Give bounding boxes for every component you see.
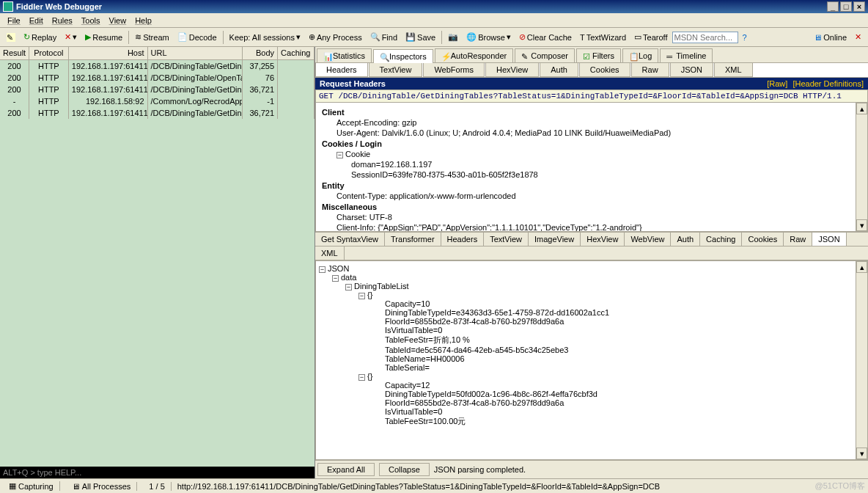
json-leaf[interactable]: TableName=HH00006 [319, 354, 864, 363]
header-accept[interactable]: Accept-Encoding: gzip [322, 118, 861, 127]
minimize-button[interactable]: _ [827, 1, 839, 12]
tab-autoresponder[interactable]: ⚡AutoResponder [435, 48, 513, 62]
clear-cache-button[interactable]: ⊘Clear Cache [515, 30, 575, 44]
col-caching[interactable]: Caching [278, 47, 315, 59]
session-row[interactable]: 200HTTP192.168.1.197:61411/DCB/DiningTab… [0, 60, 315, 72]
remove-button[interactable]: ✕▾ [61, 30, 81, 44]
close-toolbar-button[interactable]: ✕ [851, 30, 865, 44]
cookie-doman[interactable]: doman=192.168.1.197 [322, 160, 861, 169]
tab-log[interactable]: 📋Log [622, 48, 658, 62]
menu-help[interactable]: Help [130, 15, 156, 26]
replay-button[interactable]: ↻Replay [20, 30, 60, 44]
session-row[interactable]: 200HTTP192.168.1.197:61411/DCB/DiningTab… [0, 84, 315, 95]
resptab-headers[interactable]: Headers [441, 233, 485, 246]
header-cookie[interactable]: −Cookie [322, 150, 861, 158]
json-leaf[interactable]: DiningTableTypeId=e34363d3-65e1-4759-872… [319, 308, 864, 317]
resptab-caching[interactable]: Caching [700, 233, 742, 246]
reqtab-webforms[interactable]: WebForms [423, 63, 485, 77]
json-leaf[interactable]: TableFeeStr=折前,10 % [319, 335, 864, 346]
json-leaf[interactable]: Capacity=10 [319, 299, 864, 308]
tab-composer[interactable]: ✎Composer [515, 48, 575, 62]
json-leaf[interactable]: TableId=de5c5674-da46-42eb-a545-b5c34c25… [319, 346, 864, 354]
comment-button[interactable]: ✎ [3, 31, 19, 44]
decode-button[interactable]: 📄Decode [174, 30, 221, 44]
header-charset[interactable]: Charset: UTF-8 [322, 213, 861, 222]
process-filter[interactable]: 🖥All Processes [66, 482, 138, 491]
json-item[interactable]: −{} [319, 291, 864, 299]
expand-icon[interactable]: − [345, 284, 352, 291]
scroll-up-icon[interactable]: ▴ [856, 103, 867, 114]
reqtab-cookies[interactable]: Cookies [579, 63, 630, 77]
reqtab-textview[interactable]: TextView [369, 63, 423, 77]
session-row[interactable]: -HTTP192.168.1.58:92/Common/Log/RecrodAp… [0, 95, 315, 107]
header-ua[interactable]: User-Agent: Dalvik/1.6.0 (Linux; U; Andr… [322, 128, 861, 137]
resptab-transformer[interactable]: Transformer [385, 233, 441, 246]
reqtab-json[interactable]: JSON [670, 63, 713, 77]
resptab-textview[interactable]: TextView [484, 233, 529, 246]
keep-dropdown[interactable]: Keep: All sessions ▾ [226, 30, 304, 44]
resptab-json[interactable]: JSON [812, 233, 846, 246]
reqtab-hexview[interactable]: HexView [485, 63, 539, 77]
header-defs-link[interactable]: [Header Definitions] [792, 79, 864, 88]
json-leaf[interactable]: Capacity=12 [319, 381, 864, 390]
online-indicator[interactable]: 🖥Online [810, 31, 850, 44]
maximize-button[interactable]: □ [840, 1, 852, 12]
json-leaf[interactable]: DiningTableTypeId=50fd002a-1c96-4b8c-862… [319, 390, 864, 398]
scroll-up-icon[interactable]: ▴ [856, 261, 867, 273]
expand-icon[interactable]: − [336, 152, 343, 158]
col-url[interactable]: URL [148, 47, 243, 59]
resptab-syntax[interactable]: Get SyntaxView [315, 233, 385, 246]
menu-rules[interactable]: Rules [48, 15, 77, 26]
resptab-cookies[interactable]: Cookies [742, 233, 784, 246]
resptab-webview[interactable]: WebView [625, 233, 671, 246]
json-leaf[interactable]: TableSerial= [319, 363, 864, 372]
col-body[interactable]: Body [243, 47, 278, 59]
help-button[interactable]: ? [739, 31, 751, 44]
json-leaf[interactable]: FloorId=6855bd2e-873f-4ca8-b760-b297f8dd… [319, 317, 864, 326]
json-leaf[interactable]: FloorId=6855bd2e-873f-4ca8-b760-b297f8dd… [319, 398, 864, 407]
json-leaf[interactable]: TableFeeStr=100.00元 [319, 416, 864, 427]
col-result[interactable]: Result [0, 47, 29, 59]
scrollbar[interactable]: ▴▾ [856, 103, 867, 231]
header-cinfo[interactable]: Client-Info: {"AppSign":"PAD","AppVersio… [322, 223, 861, 232]
quickexec-hint[interactable]: ALT+Q > type HELP... [0, 467, 315, 478]
json-leaf[interactable]: IsVirtualTable=0 [319, 326, 864, 335]
scrollbar[interactable]: ▴▾ [856, 261, 867, 459]
resptab-hexview[interactable]: HexView [581, 233, 625, 246]
resptab-raw[interactable]: Raw [784, 233, 812, 246]
stream-button[interactable]: ≋Stream [131, 30, 172, 44]
json-data[interactable]: −data [319, 273, 864, 282]
cookie-session[interactable]: SessionID=639fe780-f375-4530-a01b-605f2f… [322, 170, 861, 179]
collapse-button[interactable]: Collapse [379, 463, 430, 476]
resume-button[interactable]: ▶Resume [81, 30, 126, 44]
request-line[interactable]: GET /DCB/DiningTable/GetDiningTables?Tab… [315, 90, 868, 103]
menu-edit[interactable]: Edit [25, 15, 48, 26]
header-ctype[interactable]: Content-Type: application/x-www-form-url… [322, 191, 861, 200]
find-button[interactable]: 🔍Find [367, 30, 401, 44]
tab-statistics[interactable]: 📊Statistics [317, 48, 372, 62]
json-tree[interactable]: −JSON −data −DiningTableList −{} Capacit… [315, 260, 868, 460]
search-input[interactable] [672, 32, 738, 43]
session-row[interactable]: 200HTTP192.168.1.197:61411/DCB/DiningTab… [0, 107, 315, 119]
session-row[interactable]: 200HTTP192.168.1.197:61411/DCB/DiningTab… [0, 72, 315, 84]
textwizard-button[interactable]: TTextWizard [576, 31, 630, 44]
tab-timeline[interactable]: ═Timeline [660, 48, 713, 62]
json-item[interactable]: −{} [319, 372, 864, 381]
any-process-button[interactable]: ⊕Any Process [305, 30, 366, 44]
tearoff-button[interactable]: ▭Tearoff [630, 30, 671, 44]
menu-file[interactable]: File [3, 15, 25, 26]
save-button[interactable]: 💾Save [402, 30, 439, 44]
json-list[interactable]: −DiningTableList [319, 282, 864, 291]
scroll-down-icon[interactable]: ▾ [856, 448, 867, 459]
menu-view[interactable]: View [105, 15, 131, 26]
col-host[interactable]: Host [69, 47, 148, 59]
json-root[interactable]: −JSON [319, 264, 864, 273]
reqtab-headers[interactable]: Headers [315, 63, 368, 77]
json-leaf[interactable]: IsVirtualTable=0 [319, 407, 864, 416]
reqtab-auth[interactable]: Auth [540, 63, 578, 77]
expand-icon[interactable]: − [319, 266, 326, 273]
col-protocol[interactable]: Protocol [29, 47, 69, 59]
reqtab-xml[interactable]: XML [714, 63, 753, 77]
reqtab-raw[interactable]: Raw [631, 63, 669, 77]
expand-icon[interactable]: − [358, 374, 365, 381]
